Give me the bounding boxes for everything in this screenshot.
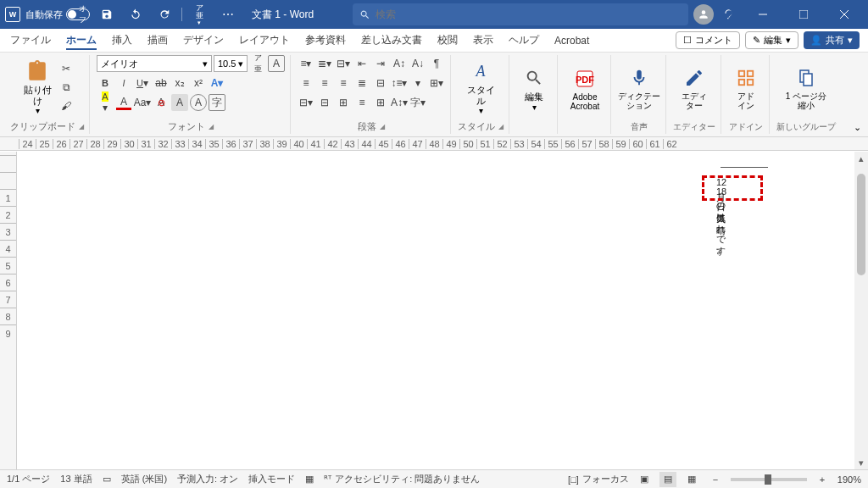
editor-button[interactable]: エディ ター bbox=[676, 58, 712, 118]
numbering-button[interactable]: ≣▾ bbox=[316, 55, 333, 72]
spellcheck-icon[interactable]: ▭ bbox=[103, 474, 111, 485]
show-marks-button[interactable]: ¶ bbox=[428, 55, 445, 72]
focus-mode[interactable]: [□] フォーカス bbox=[568, 473, 629, 485]
clear-format-icon[interactable]: A⊘ bbox=[153, 94, 170, 111]
align-left-button[interactable]: ≡ bbox=[298, 75, 314, 92]
strikethrough-button[interactable]: ab bbox=[153, 75, 170, 92]
shrink-one-page-button[interactable]: 1 ページ分 縮小 bbox=[782, 58, 830, 118]
save-icon[interactable] bbox=[95, 3, 119, 26]
search-box[interactable] bbox=[353, 3, 688, 25]
sort-button[interactable]: A↓ bbox=[409, 55, 426, 72]
increase-indent-button[interactable]: ⇥ bbox=[372, 55, 389, 72]
qa-overflow-icon[interactable]: ⋯ bbox=[216, 3, 240, 26]
undo-icon[interactable] bbox=[124, 3, 147, 26]
asian-layout-button[interactable]: ⊟▾ bbox=[298, 94, 314, 111]
underline-button[interactable]: U▾ bbox=[134, 75, 151, 92]
snap-grid-button[interactable]: ⊞ bbox=[372, 94, 389, 111]
font-launcher[interactable]: ◢ bbox=[209, 123, 214, 130]
align-right-button[interactable]: ≡ bbox=[335, 75, 352, 92]
multilevel-button[interactable]: ⊟▾ bbox=[335, 55, 352, 72]
ruler-vertical[interactable]: 123456789 bbox=[0, 152, 17, 469]
help-icon[interactable] bbox=[717, 3, 741, 26]
dictation-button[interactable]: ディクテー ション bbox=[618, 58, 660, 118]
scroll-up-icon[interactable]: ▴ bbox=[859, 152, 864, 165]
tab-ヘルプ[interactable]: ヘルプ bbox=[507, 30, 541, 51]
borders-button[interactable]: ⊞▾ bbox=[428, 75, 445, 92]
scroll-down-icon[interactable]: ▾ bbox=[859, 456, 864, 469]
word-count[interactable]: 13 単語 bbox=[60, 473, 92, 485]
tab-ホーム[interactable]: ホーム bbox=[64, 30, 98, 51]
quick-access-icon[interactable]: ア亜▾ bbox=[187, 3, 211, 26]
enclose-char-button[interactable]: A bbox=[190, 94, 207, 111]
comment-button[interactable]: ☐ コメント bbox=[676, 31, 740, 49]
subscript-button[interactable]: x₂ bbox=[171, 75, 188, 92]
editing-mode-button[interactable]: ✎ 編集 ▾ bbox=[745, 31, 798, 49]
format-painter-icon[interactable]: 🖌 bbox=[58, 97, 75, 114]
text-predict[interactable]: 予測入力: オン bbox=[177, 473, 238, 485]
styles-button[interactable]: A スタイル▾ bbox=[463, 58, 498, 117]
document-page[interactable]: 12月18日の天気は晴れです。 bbox=[17, 152, 854, 469]
font-color-button[interactable]: A bbox=[115, 94, 132, 111]
tab-校閲[interactable]: 校閲 bbox=[436, 30, 459, 51]
copy-icon[interactable]: ⧉ bbox=[58, 79, 75, 96]
line-spacing-button[interactable]: ↕≡▾ bbox=[391, 75, 408, 92]
grow-font-icon[interactable]: ア亜 bbox=[249, 55, 266, 72]
cut-icon[interactable]: ✂ bbox=[58, 60, 75, 77]
insert-mode[interactable]: 挿入モード bbox=[248, 473, 295, 485]
tab-差し込み文書[interactable]: 差し込み文書 bbox=[359, 30, 424, 51]
search-input[interactable] bbox=[376, 8, 682, 20]
page-indicator[interactable]: 1/1 ページ bbox=[7, 473, 50, 485]
addin-button[interactable]: アド イン bbox=[728, 58, 764, 118]
tab-レイアウト[interactable]: レイアウト bbox=[237, 30, 292, 51]
minimize-button[interactable] bbox=[744, 0, 782, 29]
styles-launcher[interactable]: ◢ bbox=[498, 123, 504, 130]
language-indicator[interactable]: 英語 (米国) bbox=[121, 473, 167, 485]
close-button[interactable] bbox=[826, 0, 863, 29]
tab-描画[interactable]: 描画 bbox=[146, 30, 170, 51]
tab-挿入[interactable]: 挿入 bbox=[110, 30, 134, 51]
acrobat-button[interactable]: PDF Adobe Acrobat bbox=[565, 59, 605, 119]
clipboard-launcher[interactable]: ◢ bbox=[79, 123, 84, 130]
redo-icon[interactable] bbox=[153, 3, 176, 26]
paragraph-launcher[interactable]: ◢ bbox=[380, 123, 385, 130]
highlight-button[interactable]: A▾ bbox=[97, 94, 114, 111]
superscript-button[interactable]: x² bbox=[190, 75, 207, 92]
phonetic-icon[interactable]: A bbox=[268, 55, 285, 72]
zoom-out-button[interactable]: − bbox=[707, 472, 724, 487]
tabs-button[interactable]: ⊞ bbox=[335, 94, 352, 111]
font-name-combo[interactable]: メイリオ▾ bbox=[97, 55, 212, 72]
toggle-switch[interactable]: オフ bbox=[66, 8, 90, 20]
accessibility-status[interactable]: ᴿᵀ アクセシビリティ: 問題ありません bbox=[324, 473, 480, 485]
para-settings-button[interactable]: A↕▾ bbox=[391, 94, 408, 111]
account-icon[interactable] bbox=[693, 4, 714, 25]
zoom-level[interactable]: 190% bbox=[837, 474, 861, 485]
tab-Acrobat[interactable]: Acrobat bbox=[553, 31, 591, 50]
macro-icon[interactable]: ▦ bbox=[305, 474, 314, 485]
zoom-slider[interactable] bbox=[731, 478, 807, 481]
tab-参考資料[interactable]: 参考資料 bbox=[303, 30, 348, 51]
justify-button[interactable]: ≣ bbox=[353, 75, 370, 92]
text-effects-icon[interactable]: A▾ bbox=[209, 75, 225, 92]
paste-button[interactable]: 貼り付け▾ bbox=[19, 58, 55, 117]
bold-button[interactable]: B bbox=[97, 75, 114, 92]
change-case-button[interactable]: Aa▾ bbox=[134, 94, 151, 111]
char-shading-button[interactable]: A bbox=[171, 94, 188, 111]
shading-button[interactable]: ▾ bbox=[409, 75, 426, 92]
bullets-button[interactable]: ≡▾ bbox=[298, 55, 314, 72]
web-layout-icon[interactable]: ▦ bbox=[683, 472, 700, 487]
indent-button[interactable]: ⊟ bbox=[316, 94, 333, 111]
tab-ファイル[interactable]: ファイル bbox=[8, 30, 53, 51]
scroll-thumb[interactable] bbox=[857, 174, 865, 275]
char-border-button[interactable]: 字 bbox=[209, 94, 225, 111]
collapse-ribbon-icon[interactable]: ⌄ bbox=[854, 122, 861, 133]
share-button[interactable]: 👤 共有 ▾ bbox=[804, 31, 860, 49]
read-mode-icon[interactable]: ▣ bbox=[636, 472, 653, 487]
distribute-button[interactable]: ⊟ bbox=[372, 75, 389, 92]
text-direction-button[interactable]: A↕ bbox=[391, 55, 408, 72]
vertical-scrollbar[interactable]: ▴ ▾ bbox=[854, 152, 868, 469]
decrease-indent-button[interactable]: ⇤ bbox=[353, 55, 370, 72]
ruler-horizontal[interactable]: 2425262728293031323334353637383940414243… bbox=[0, 137, 868, 151]
italic-button[interactable]: I bbox=[115, 75, 132, 92]
maximize-button[interactable] bbox=[785, 0, 822, 29]
font-size-combo[interactable]: 10.5▾ bbox=[214, 55, 248, 72]
